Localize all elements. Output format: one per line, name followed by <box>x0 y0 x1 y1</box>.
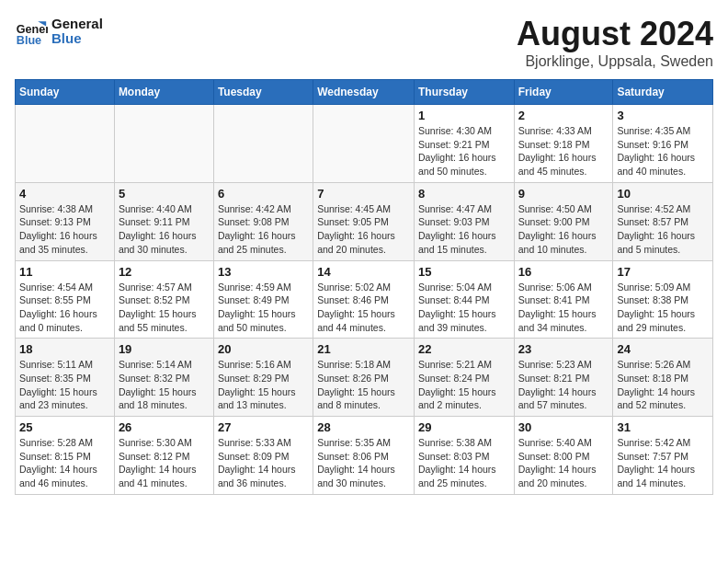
day-number: 17 <box>617 265 709 279</box>
calendar-cell: 14Sunrise: 5:02 AM Sunset: 8:46 PM Dayli… <box>313 260 415 339</box>
calendar-cell: 1Sunrise: 4:30 AM Sunset: 9:21 PM Daylig… <box>414 105 514 183</box>
day-info: Sunrise: 5:33 AM Sunset: 8:09 PM Dayligh… <box>218 436 309 490</box>
day-info: Sunrise: 4:40 AM Sunset: 9:11 PM Dayligh… <box>119 202 210 257</box>
weekday-header-tuesday: Tuesday <box>213 80 313 105</box>
calendar-cell: 15Sunrise: 5:04 AM Sunset: 8:44 PM Dayli… <box>414 260 514 339</box>
calendar-cell <box>16 105 115 183</box>
day-number: 19 <box>119 342 210 356</box>
day-number: 21 <box>317 342 410 356</box>
day-info: Sunrise: 4:33 AM Sunset: 9:18 PM Dayligh… <box>518 124 609 178</box>
day-info: Sunrise: 5:28 AM Sunset: 8:15 PM Dayligh… <box>19 436 110 490</box>
day-number: 26 <box>119 420 210 434</box>
calendar-cell: 23Sunrise: 5:23 AM Sunset: 8:21 PM Dayli… <box>514 339 613 417</box>
calendar-cell: 22Sunrise: 5:21 AM Sunset: 8:24 PM Dayli… <box>414 339 514 417</box>
day-number: 15 <box>418 265 510 279</box>
day-number: 16 <box>518 265 609 279</box>
calendar-cell: 27Sunrise: 5:33 AM Sunset: 8:09 PM Dayli… <box>213 417 313 495</box>
calendar-cell: 26Sunrise: 5:30 AM Sunset: 8:12 PM Dayli… <box>114 417 213 495</box>
day-info: Sunrise: 5:21 AM Sunset: 8:24 PM Dayligh… <box>418 358 510 412</box>
calendar-week-row: 25Sunrise: 5:28 AM Sunset: 8:15 PM Dayli… <box>16 417 713 495</box>
calendar-cell: 13Sunrise: 4:59 AM Sunset: 8:49 PM Dayli… <box>213 260 313 339</box>
calendar-cell: 7Sunrise: 4:45 AM Sunset: 9:05 PM Daylig… <box>313 182 415 260</box>
calendar-cell: 18Sunrise: 5:11 AM Sunset: 8:35 PM Dayli… <box>16 339 115 417</box>
calendar-cell: 11Sunrise: 4:54 AM Sunset: 8:55 PM Dayli… <box>16 260 115 339</box>
weekday-header-wednesday: Wednesday <box>313 80 415 105</box>
day-number: 25 <box>19 420 110 434</box>
calendar-cell: 24Sunrise: 5:26 AM Sunset: 8:18 PM Dayli… <box>613 339 713 417</box>
day-number: 7 <box>317 187 410 201</box>
day-number: 13 <box>218 265 309 279</box>
calendar-cell: 29Sunrise: 5:38 AM Sunset: 8:03 PM Dayli… <box>414 417 514 495</box>
calendar-cell: 12Sunrise: 4:57 AM Sunset: 8:52 PM Dayli… <box>114 260 213 339</box>
day-number: 10 <box>617 187 709 201</box>
day-number: 28 <box>317 420 410 434</box>
calendar-cell: 20Sunrise: 5:16 AM Sunset: 8:29 PM Dayli… <box>213 339 313 417</box>
day-info: Sunrise: 5:30 AM Sunset: 8:12 PM Dayligh… <box>119 436 210 490</box>
day-info: Sunrise: 4:52 AM Sunset: 8:57 PM Dayligh… <box>617 202 709 257</box>
day-number: 2 <box>518 109 609 122</box>
logo-line2: Blue <box>51 31 103 47</box>
day-info: Sunrise: 5:26 AM Sunset: 8:18 PM Dayligh… <box>617 358 709 412</box>
calendar-cell: 9Sunrise: 4:50 AM Sunset: 9:00 PM Daylig… <box>514 182 613 260</box>
calendar-cell <box>114 105 213 183</box>
day-number: 5 <box>119 187 210 201</box>
logo-line1: General <box>51 17 103 32</box>
calendar-cell: 28Sunrise: 5:35 AM Sunset: 8:06 PM Dayli… <box>313 417 415 495</box>
title-area: August 2024 Bjorklinge, Uppsala, Sweden <box>517 15 713 70</box>
day-number: 1 <box>418 109 510 122</box>
day-number: 3 <box>617 109 709 122</box>
day-number: 24 <box>617 342 709 356</box>
day-info: Sunrise: 5:06 AM Sunset: 8:41 PM Dayligh… <box>518 281 609 335</box>
weekday-header-thursday: Thursday <box>414 80 514 105</box>
day-info: Sunrise: 4:59 AM Sunset: 8:49 PM Dayligh… <box>218 281 309 335</box>
day-info: Sunrise: 4:30 AM Sunset: 9:21 PM Dayligh… <box>418 124 510 178</box>
day-info: Sunrise: 4:47 AM Sunset: 9:03 PM Dayligh… <box>418 202 510 257</box>
calendar-cell: 10Sunrise: 4:52 AM Sunset: 8:57 PM Dayli… <box>613 182 713 260</box>
day-number: 23 <box>518 342 609 356</box>
logo-icon: General Blue <box>15 15 48 48</box>
day-info: Sunrise: 5:18 AM Sunset: 8:26 PM Dayligh… <box>317 358 410 412</box>
logo: General Blue General Blue <box>15 15 103 48</box>
day-info: Sunrise: 5:35 AM Sunset: 8:06 PM Dayligh… <box>317 436 410 490</box>
day-number: 11 <box>19 265 110 279</box>
calendar-week-row: 1Sunrise: 4:30 AM Sunset: 9:21 PM Daylig… <box>16 105 713 183</box>
day-info: Sunrise: 4:45 AM Sunset: 9:05 PM Dayligh… <box>317 202 410 257</box>
calendar-cell: 6Sunrise: 4:42 AM Sunset: 9:08 PM Daylig… <box>213 182 313 260</box>
calendar-cell <box>313 105 415 183</box>
calendar-cell: 21Sunrise: 5:18 AM Sunset: 8:26 PM Dayli… <box>313 339 415 417</box>
day-info: Sunrise: 5:40 AM Sunset: 8:00 PM Dayligh… <box>518 436 609 490</box>
day-number: 29 <box>418 420 510 434</box>
day-info: Sunrise: 4:57 AM Sunset: 8:52 PM Dayligh… <box>119 281 210 335</box>
day-number: 20 <box>218 342 309 356</box>
day-info: Sunrise: 5:04 AM Sunset: 8:44 PM Dayligh… <box>418 281 510 335</box>
calendar-header-row: SundayMondayTuesdayWednesdayThursdayFrid… <box>16 80 713 105</box>
calendar-cell: 19Sunrise: 5:14 AM Sunset: 8:32 PM Dayli… <box>114 339 213 417</box>
calendar-week-row: 4Sunrise: 4:38 AM Sunset: 9:13 PM Daylig… <box>16 182 713 260</box>
day-info: Sunrise: 5:16 AM Sunset: 8:29 PM Dayligh… <box>218 358 309 412</box>
calendar-week-row: 18Sunrise: 5:11 AM Sunset: 8:35 PM Dayli… <box>16 339 713 417</box>
weekday-header-monday: Monday <box>114 80 213 105</box>
calendar-cell: 16Sunrise: 5:06 AM Sunset: 8:41 PM Dayli… <box>514 260 613 339</box>
day-number: 30 <box>518 420 609 434</box>
day-info: Sunrise: 5:42 AM Sunset: 7:57 PM Dayligh… <box>617 436 709 490</box>
day-info: Sunrise: 4:38 AM Sunset: 9:13 PM Dayligh… <box>19 202 110 257</box>
calendar-cell: 25Sunrise: 5:28 AM Sunset: 8:15 PM Dayli… <box>16 417 115 495</box>
calendar-cell: 3Sunrise: 4:35 AM Sunset: 9:16 PM Daylig… <box>613 105 713 183</box>
day-number: 12 <box>119 265 210 279</box>
day-number: 18 <box>19 342 110 356</box>
calendar-week-row: 11Sunrise: 4:54 AM Sunset: 8:55 PM Dayli… <box>16 260 713 339</box>
day-info: Sunrise: 5:38 AM Sunset: 8:03 PM Dayligh… <box>418 436 510 490</box>
day-number: 31 <box>617 420 709 434</box>
location-subtitle: Bjorklinge, Uppsala, Sweden <box>517 53 713 70</box>
day-info: Sunrise: 4:54 AM Sunset: 8:55 PM Dayligh… <box>19 281 110 335</box>
month-title: August 2024 <box>517 15 713 53</box>
calendar-cell <box>213 105 313 183</box>
day-number: 9 <box>518 187 609 201</box>
weekday-header-sunday: Sunday <box>16 80 115 105</box>
day-info: Sunrise: 5:11 AM Sunset: 8:35 PM Dayligh… <box>19 358 110 412</box>
calendar-cell: 31Sunrise: 5:42 AM Sunset: 7:57 PM Dayli… <box>613 417 713 495</box>
day-info: Sunrise: 5:02 AM Sunset: 8:46 PM Dayligh… <box>317 281 410 335</box>
svg-text:Blue: Blue <box>17 34 41 47</box>
weekday-header-saturday: Saturday <box>613 80 713 105</box>
calendar-cell: 17Sunrise: 5:09 AM Sunset: 8:38 PM Dayli… <box>613 260 713 339</box>
